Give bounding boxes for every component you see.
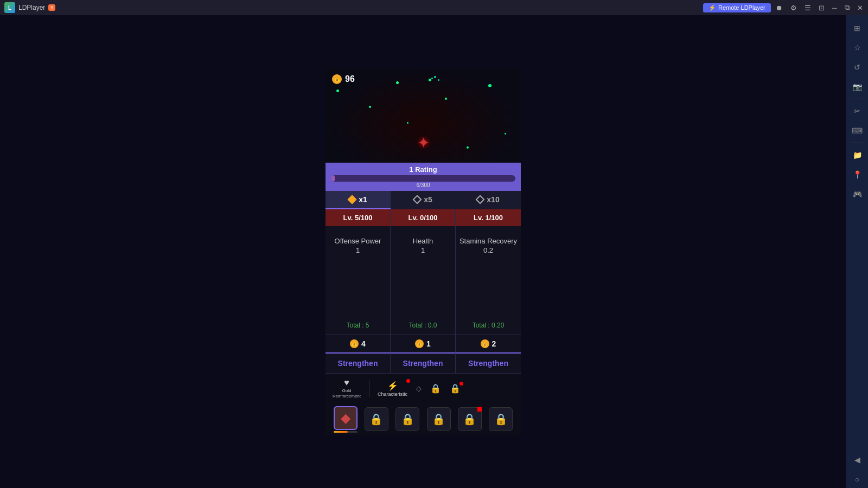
record-button[interactable]: ⏺ (773, 3, 786, 13)
offense-body: Offense Power 1 Total : 5 (326, 226, 390, 335)
lock2-badge (459, 382, 463, 386)
nav-separator-1 (369, 381, 369, 397)
stamina-name-value: 0.2 (483, 246, 493, 254)
strengthen-offense-button[interactable]: Strengthen (326, 352, 391, 373)
player-icon: ✦ (417, 134, 430, 152)
nav-bottom-lock1[interactable]: 🔒 (365, 407, 388, 431)
nav-label-gold: GoldReinforcement (333, 388, 361, 399)
nav-bottom-lock-icon-1: 🔒 (365, 407, 388, 431)
cost-coin-health: 💰 (415, 339, 424, 348)
minimize-button[interactable]: ─ (829, 3, 840, 13)
nav-item-diamond[interactable]: ◇ (413, 383, 424, 395)
cost-coin-offense: 💰 (350, 339, 359, 348)
titlebar: L LDPlayer 9 ⚡ Remote LDPlayer ⏺ ⚙ ☰ ⊡ ─… (0, 0, 868, 15)
mult-tab-x5[interactable]: x5 (391, 191, 456, 209)
sidebar-icon-folder[interactable]: 📁 (848, 146, 866, 164)
offense-name: Offense Power 1 (335, 237, 381, 255)
stamina-body: Stamina Recovery 0.2 Total : 0.20 (456, 226, 521, 335)
cost-num-health: 1 (426, 339, 431, 348)
coin-display: 💰 96 (332, 74, 355, 84)
sidebar-icon-scissors[interactable]: ✂ (848, 102, 866, 120)
game-panel: 💰 96 ✦ 1 Rating 6/300 x1 x5 (326, 68, 521, 435)
sidebar-icon-keyboard[interactable]: ⌨ (848, 122, 866, 139)
mult-diamond-x10 (476, 195, 485, 204)
strengthen-health-button[interactable]: Strengthen (391, 352, 456, 373)
progress-bar-bottom (334, 431, 358, 433)
game-scene: 💰 96 ✦ (326, 68, 521, 163)
nav-bottom-lock3[interactable]: 🔒 (427, 407, 451, 431)
nav-item-gold-reinforcement[interactable]: ♥ GoldReinforcement (330, 376, 363, 400)
sidebar-icon-star[interactable]: ☆ (848, 39, 866, 56)
mult-diamond-x5 (413, 195, 422, 204)
cost-row: 💰 4 💰 1 💰 2 (326, 335, 521, 352)
cost-cell-offense: 💰 4 (326, 335, 391, 352)
coin-icon: 💰 (332, 74, 342, 84)
nav-bottom-diamond-icon: ◆ (334, 406, 358, 430)
rating-label: 1 Rating (331, 165, 515, 174)
health-total: Total : 0.0 (409, 322, 437, 329)
stamina-level: Lv. 1/100 (456, 209, 521, 226)
nav-item-lock1[interactable]: 🔒 (427, 382, 444, 396)
teal-cluster (431, 76, 442, 84)
nav-row1: ♥ GoldReinforcement ⚡ Characteristic ◇ 🔒 (326, 374, 521, 403)
sidebar-icon-grid[interactable]: ⊞ (848, 20, 866, 37)
close-button[interactable]: ✕ (854, 3, 866, 13)
nav-item-characteristic[interactable]: ⚡ Characteristic (375, 379, 410, 399)
sidebar-icon-location[interactable]: 📍 (848, 166, 866, 183)
stat-col-offense: Lv. 5/100 Offense Power 1 Total : 5 (326, 209, 391, 335)
restore-button[interactable]: ⧉ (842, 2, 852, 13)
stamina-total: Total : 0.20 (473, 322, 505, 329)
sidebar-icon-gamepad[interactable]: 🎮 (848, 185, 866, 203)
rating-bar-fill (331, 175, 335, 182)
nav-bottom-lock2[interactable]: 🔒 (395, 407, 419, 431)
mult-label-x5: x5 (424, 195, 432, 204)
cost-cell-health: 💰 1 (391, 335, 456, 352)
app-name: LDPlayer (18, 4, 45, 11)
nav-bottom-lock4-badge[interactable]: 🔒 (458, 407, 482, 431)
diamond-icon: ◇ (416, 384, 422, 393)
cost-num-stamina: 2 (492, 339, 496, 348)
stats-grid: Lv. 5/100 Offense Power 1 Total : 5 Lv. … (326, 209, 521, 335)
nav-label-characteristic: Characteristic (378, 391, 407, 397)
nav-item-lock2[interactable]: 🔒 (447, 382, 463, 396)
sidebar-icon-arrow-left[interactable]: ◀ (848, 451, 866, 468)
mult-diamond-filled (348, 195, 357, 204)
sidebar-icon-refresh[interactable]: ↺ (848, 59, 866, 76)
sidebar-icon-circle[interactable]: ○ (848, 471, 866, 488)
mult-label-x1: x1 (359, 195, 367, 204)
health-name: Health 1 (413, 237, 433, 255)
lock-icon-1: 🔒 (430, 383, 441, 394)
heart-icon: ♥ (344, 378, 349, 388)
health-level: Lv. 0/100 (391, 209, 455, 226)
offense-name-value: 1 (356, 246, 360, 254)
coin-count: 96 (345, 74, 355, 84)
game-wrapper: 💰 96 ✦ 1 Rating 6/300 x1 x5 (0, 15, 846, 488)
rating-bar-container (331, 175, 515, 182)
rating-value: 6/300 (331, 182, 515, 188)
mult-tab-x10[interactable]: x10 (456, 191, 521, 209)
health-body: Health 1 Total : 0.0 (391, 226, 455, 335)
strengthen-stamina-button[interactable]: Strengthen (456, 352, 521, 373)
stat-col-stamina: Lv. 1/100 Stamina Recovery 0.2 Total : 0… (456, 209, 521, 335)
menu-button[interactable]: ☰ (802, 3, 814, 13)
cost-cell-stamina: 💰 2 (456, 335, 521, 352)
nav-bottom-lock5[interactable]: 🔒 (489, 407, 513, 431)
expand-button[interactable]: ⊡ (816, 3, 827, 13)
remote-ldplayer-button[interactable]: ⚡ Remote LDPlayer (703, 3, 771, 12)
cost-num-offense: 4 (361, 339, 366, 348)
sidebar-divider-1 (851, 99, 864, 99)
sidebar-divider-2 (851, 143, 864, 143)
multiplier-tabs: x1 x5 x10 (326, 191, 521, 209)
app-version: 9 (48, 4, 55, 11)
bottom-nav: ♥ GoldReinforcement ⚡ Characteristic ◇ 🔒 (326, 373, 521, 435)
sidebar-icon-camera[interactable]: 📷 (848, 78, 866, 95)
stat-col-health: Lv. 0/100 Health 1 Total : 0.0 (391, 209, 456, 335)
health-name-value: 1 (421, 246, 425, 254)
stamina-name: Stamina Recovery 0.2 (459, 237, 517, 255)
strengthen-row: Strengthen Strengthen Strengthen (326, 352, 521, 373)
nav-bottom-active[interactable]: ◆ (334, 406, 358, 433)
mult-tab-x1[interactable]: x1 (326, 191, 391, 209)
settings-button[interactable]: ⚙ (788, 3, 800, 13)
nav-bottom-lock-icon-5: 🔒 (489, 407, 513, 431)
nav-row2: ◆ 🔒 🔒 🔒 🔒 (326, 403, 521, 435)
